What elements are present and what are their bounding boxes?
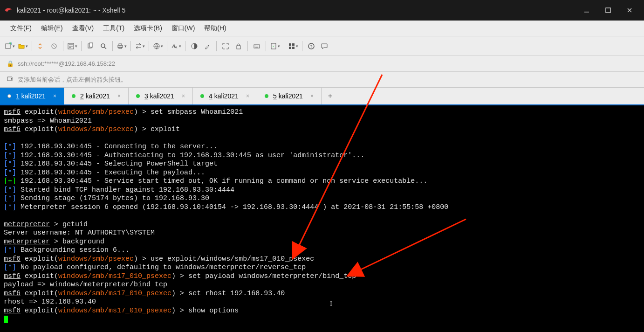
svg-rect-15	[237, 46, 240, 49]
status-dot-icon	[200, 94, 204, 98]
maximize-button[interactable]	[597, 0, 619, 21]
status-dot-icon	[265, 94, 268, 98]
hint-bar: 要添加当前会话，点击左侧的箭头按钮。	[0, 72, 644, 88]
svg-rect-1	[606, 8, 610, 13]
color-scheme-icon[interactable]	[188, 40, 200, 52]
separator	[63, 41, 63, 51]
fullscreen-icon[interactable]	[219, 40, 232, 52]
menubar: 文件(F) 编辑(E) 查看(V) 工具(T) 选项卡(B) 窗口(W) 帮助(…	[0, 21, 644, 36]
titlebar: kali2021 - root@kali2021: ~ - Xshell 5	[0, 0, 644, 21]
separator	[185, 41, 185, 51]
status-dot-icon	[72, 94, 75, 98]
svg-rect-16	[254, 45, 260, 48]
window-controls	[576, 0, 640, 21]
minimize-button[interactable]	[576, 0, 597, 21]
close-tab-icon[interactable]: ×	[48, 93, 56, 99]
text-cursor-indicator: I	[330, 299, 332, 308]
separator	[302, 41, 302, 51]
svg-text:A: A	[175, 45, 178, 49]
tab-number: 3	[144, 92, 148, 100]
svg-text:?: ?	[310, 44, 313, 49]
close-tab-icon[interactable]: ×	[112, 93, 121, 99]
tab-label: kali2021	[214, 92, 239, 100]
tab-number: 1	[16, 92, 20, 100]
add-session-icon[interactable]	[7, 75, 14, 84]
terminal-cursor	[4, 316, 8, 323]
highlight-icon[interactable]	[201, 40, 213, 52]
close-button[interactable]	[619, 0, 640, 21]
tab-label: kali2021	[21, 92, 46, 100]
separator	[284, 41, 284, 51]
copy-icon[interactable]	[84, 40, 96, 52]
svg-rect-2	[6, 44, 10, 48]
script-icon[interactable]	[269, 40, 281, 52]
lock-icon: 🔒	[7, 60, 14, 67]
toolbar: AA ?	[0, 36, 644, 56]
tab-number: 4	[209, 92, 212, 100]
svg-rect-21	[292, 47, 295, 49]
window-title: kali2021 - root@kali2021: ~ - Xshell 5	[17, 7, 576, 14]
svg-point-7	[101, 44, 105, 48]
separator	[149, 41, 149, 51]
tab-number: 2	[80, 92, 84, 100]
globe-icon[interactable]	[152, 40, 164, 52]
separator	[167, 41, 167, 51]
separator	[266, 41, 266, 51]
separator	[81, 41, 82, 51]
terminal[interactable]: msf6 exploit(windows/smb/psexec) > set s…	[0, 105, 644, 332]
hint-text: 要添加当前会话，点击左侧的箭头按钮。	[18, 76, 127, 84]
tab-2[interactable]: 2 kali2021 ×	[64, 88, 129, 104]
separator	[112, 41, 113, 51]
keyboard-icon[interactable]	[251, 40, 263, 52]
chat-icon[interactable]	[318, 40, 330, 52]
menu-window[interactable]: 窗口(W)	[167, 22, 200, 35]
svg-rect-18	[289, 43, 291, 46]
tab-label: kali2021	[86, 92, 110, 100]
kali-dragon-icon	[4, 6, 13, 15]
address-bar[interactable]: 🔒 ssh://root:******@192.168.46.158:22	[0, 56, 644, 72]
menu-view[interactable]: 查看(V)	[68, 22, 99, 35]
reconnect-icon[interactable]	[35, 40, 47, 52]
separator	[216, 41, 217, 51]
tab-5[interactable]: 5 kali2021 ×	[257, 88, 322, 104]
properties-icon[interactable]	[66, 40, 78, 52]
svg-rect-6	[89, 43, 93, 47]
close-tab-icon[interactable]: ×	[305, 93, 314, 99]
tab-1[interactable]: 1 kali2021 ×	[0, 88, 64, 104]
tab-4[interactable]: 4 kali2021 ×	[193, 88, 257, 104]
status-dot-icon	[136, 94, 140, 98]
close-tab-icon[interactable]: ×	[240, 93, 249, 99]
transfer-icon[interactable]	[134, 40, 146, 52]
separator	[32, 41, 32, 51]
tab-bar: 1 kali2021 × 2 kali2021 × 3 kali2021 × 4…	[0, 88, 644, 105]
menu-tabs[interactable]: 选项卡(B)	[129, 22, 167, 35]
open-session-icon[interactable]	[17, 40, 29, 52]
address-text: ssh://root:******@192.168.46.158:22	[18, 60, 115, 67]
menu-tools[interactable]: 工具(T)	[98, 22, 129, 35]
font-icon[interactable]: AA	[170, 40, 182, 52]
layout-icon[interactable]	[287, 40, 299, 52]
menu-edit[interactable]: 编辑(E)	[36, 22, 68, 35]
search-icon[interactable]	[97, 40, 110, 52]
close-tab-icon[interactable]: ×	[176, 93, 185, 99]
tab-label: kali2021	[150, 92, 174, 100]
add-tab-button[interactable]: +	[322, 88, 339, 104]
menu-help[interactable]: 帮助(H)	[199, 22, 231, 35]
help-icon[interactable]: ?	[305, 40, 317, 52]
separator	[247, 41, 248, 51]
separator	[130, 41, 131, 51]
menu-file[interactable]: 文件(F)	[6, 22, 36, 35]
tab-3[interactable]: 3 kali2021 ×	[129, 88, 193, 104]
disconnect-icon[interactable]	[48, 40, 60, 52]
new-session-icon[interactable]	[4, 40, 16, 52]
svg-rect-0	[584, 12, 589, 13]
tab-number: 5	[273, 92, 277, 100]
print-icon[interactable]	[116, 40, 128, 52]
svg-rect-9	[119, 44, 122, 45]
tab-label: kali2021	[279, 92, 303, 100]
status-dot-icon	[7, 94, 11, 98]
svg-rect-20	[289, 47, 291, 49]
svg-rect-19	[292, 43, 295, 46]
lock-icon[interactable]	[233, 40, 245, 52]
